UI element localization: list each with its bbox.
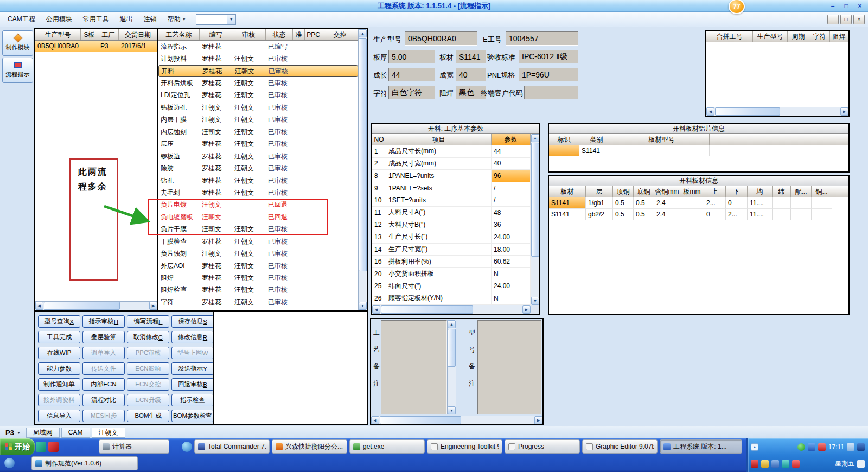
action-button[interactable]: 制作通知单 bbox=[38, 378, 80, 391]
menubar-combobox[interactable]: ▼ bbox=[196, 14, 236, 25]
info-value-3[interactable]: S1141 bbox=[456, 50, 486, 63]
scroll-thumb[interactable] bbox=[359, 38, 367, 271]
scroll-up-icon[interactable]: ▲ bbox=[448, 320, 456, 328]
params-hscrollbar[interactable]: ◀▶ bbox=[372, 305, 531, 314]
factory-dropdown-icon[interactable]: ▼ bbox=[17, 431, 21, 435]
taskbar-app[interactable]: 制作规范(Ver:1.0.6) bbox=[31, 456, 138, 470]
launcher-icon[interactable] bbox=[36, 442, 46, 452]
media-player-icon[interactable] bbox=[4, 458, 15, 468]
acrobat-icon[interactable] bbox=[48, 442, 59, 452]
taskbar-app[interactable]: Total Commander 7.0... bbox=[194, 439, 270, 454]
params-row[interactable]: 2成品尺寸宽(mm)40 bbox=[372, 158, 531, 170]
process-row[interactable]: 内层蚀刻汪朝文汪朝文已审核 bbox=[158, 126, 358, 138]
action-button[interactable]: 指示检查 bbox=[171, 394, 214, 406]
process-row[interactable]: 负片蚀刻汪朝文汪朝文已审核 bbox=[158, 247, 358, 259]
process-row[interactable]: 层压罗桂花汪朝文已审核 bbox=[158, 138, 358, 150]
process-row[interactable]: 钻板边孔汪朝文汪朝文已审核 bbox=[158, 101, 358, 113]
menu-item-帮助[interactable]: 帮助▼ bbox=[162, 12, 192, 27]
scroll-up-icon[interactable]: ▲ bbox=[359, 29, 367, 37]
scroll-left-icon[interactable]: ◀ bbox=[706, 107, 714, 116]
action-button[interactable]: 叠层验算 bbox=[82, 331, 125, 343]
info-value-0[interactable]: 0B5QH00RA0 bbox=[405, 31, 477, 46]
blue-app-icon[interactable] bbox=[808, 443, 815, 451]
params-row[interactable]: 91PANEL=?sets/ bbox=[372, 182, 531, 195]
scroll-right-icon[interactable]: ▶ bbox=[149, 302, 157, 310]
mdi-restore-icon[interactable]: □ bbox=[840, 15, 852, 24]
process-row[interactable]: 字符罗桂花汪朝文已审核 bbox=[158, 296, 358, 308]
process-row[interactable]: 除胶罗桂花汪朝文已审核 bbox=[158, 162, 358, 174]
info-value-6[interactable]: 40 bbox=[456, 68, 486, 81]
bottom-tab-CAM[interactable]: CAM bbox=[61, 428, 90, 438]
menu-item-注销[interactable]: 注销 bbox=[138, 12, 162, 27]
process-notes-textarea[interactable] bbox=[381, 320, 447, 414]
info-value-7[interactable]: 1P=96U bbox=[519, 68, 578, 81]
volume-icon[interactable] bbox=[761, 460, 769, 468]
menu-item-退出[interactable]: 退出 bbox=[114, 12, 138, 27]
gom-icon[interactable] bbox=[751, 460, 758, 468]
process-row[interactable]: 阻焊检查罗桂花汪朝文已审核 bbox=[158, 284, 358, 296]
params-row[interactable]: 1成品尺寸长(mm)44 bbox=[372, 145, 531, 158]
action-button[interactable]: 流程对比 bbox=[82, 394, 125, 406]
minimize-icon[interactable]: – bbox=[828, 2, 838, 10]
taskbar-app[interactable]: Engineering Toolkit 9... bbox=[427, 439, 502, 454]
model-notes-textarea[interactable] bbox=[477, 320, 541, 414]
menu-item-CAM工程[interactable]: CAM工程 bbox=[2, 12, 41, 27]
close-icon[interactable]: × bbox=[855, 2, 865, 10]
scroll-thumb[interactable] bbox=[44, 302, 120, 310]
combobox-dropdown-icon[interactable]: ▼ bbox=[227, 15, 235, 24]
action-button[interactable]: MES同步 bbox=[82, 410, 125, 422]
params-row[interactable]: 11大料尺寸A(")48 bbox=[372, 207, 531, 219]
action-button[interactable]: BOM参数检查 bbox=[171, 410, 214, 422]
process-row[interactable]: 钻孔罗桂花汪朝文已审核 bbox=[158, 175, 358, 187]
red-app-icon[interactable] bbox=[818, 443, 826, 451]
scroll-left-icon[interactable]: ◀ bbox=[371, 416, 379, 424]
scroll-left-icon[interactable]: ◀ bbox=[35, 302, 43, 310]
params-row[interactable]: 25纬向尺寸(")24.00 bbox=[372, 280, 531, 293]
process-row[interactable]: 内层干膜汪朝文汪朝文已审核 bbox=[158, 114, 358, 126]
mdi-close-icon[interactable]: × bbox=[853, 15, 865, 24]
action-button[interactable]: 编写流程F bbox=[127, 315, 169, 328]
menu-item-公用模块[interactable]: 公用模块 bbox=[41, 12, 78, 27]
action-button[interactable]: 工具完成 bbox=[38, 331, 80, 343]
action-button[interactable]: 修改信息R bbox=[171, 331, 214, 343]
scroll-left-icon[interactable]: ◀ bbox=[372, 305, 380, 314]
model-table-selected-row[interactable]: 0B5QH00RA0P32017/6/1 bbox=[35, 41, 157, 52]
taskbar-app[interactable]: 工程系统 版本: 1... bbox=[660, 439, 742, 454]
action-button[interactable]: 能力参数 bbox=[38, 362, 80, 375]
mdi-minimize-icon[interactable]: – bbox=[827, 15, 839, 24]
process-row[interactable]: LDI定位孔罗桂花汪朝文已审核 bbox=[158, 90, 358, 101]
input-icon[interactable] bbox=[857, 460, 865, 468]
action-button[interactable]: 接外调资料 bbox=[38, 394, 80, 406]
action-button[interactable]: PPC审核 bbox=[127, 347, 169, 359]
action-button[interactable]: BOM生成 bbox=[127, 410, 169, 422]
process-row[interactable]: 干膜检查罗桂花汪朝文已审核 bbox=[158, 235, 358, 247]
process-row[interactable]: 锣板边罗桂花汪朝文已审核 bbox=[158, 150, 358, 162]
scroll-up-icon[interactable]: ▲ bbox=[531, 134, 539, 142]
taskbar-app[interactable]: 计算器 bbox=[99, 439, 169, 454]
params-row[interactable]: 14生产尺寸宽(")18.00 bbox=[372, 244, 531, 256]
action-button[interactable]: ECN交控 bbox=[127, 378, 169, 391]
bottom-tab-汪朝文[interactable]: 汪朝文 bbox=[92, 428, 125, 438]
sidebar-make-module-button[interactable]: 制作模块 bbox=[2, 30, 33, 56]
params-row[interactable]: 12大料尺寸B(")36 bbox=[372, 219, 531, 232]
green-status-icon[interactable] bbox=[797, 443, 805, 451]
browser-icon[interactable] bbox=[182, 442, 192, 452]
alu-row[interactable]: S1141 bbox=[549, 145, 848, 156]
network-icon[interactable] bbox=[847, 443, 854, 451]
action-button[interactable]: 回退审核B bbox=[171, 378, 214, 391]
scroll-right-icon[interactable]: ▶ bbox=[840, 107, 848, 116]
menu-item-常用工具[interactable]: 常用工具 bbox=[78, 12, 114, 27]
taskbar-app[interactable]: Progress bbox=[505, 439, 580, 454]
scroll-thumb[interactable] bbox=[448, 329, 456, 367]
process-row[interactable]: 计划投料罗桂花汪朝文已审核 bbox=[158, 53, 358, 65]
sidebar-flow-indicate-button[interactable]: 流程指示 bbox=[2, 58, 33, 83]
action-button[interactable]: 调单导入 bbox=[82, 347, 125, 359]
action-button[interactable]: 内部ECN bbox=[82, 378, 125, 391]
process-row[interactable]: 开料罗桂花汪朝文已审核 bbox=[158, 65, 358, 77]
material-row[interactable]: S11411/gb10.50.52.42...011.... bbox=[549, 197, 848, 209]
action-button[interactable]: 指示审核H bbox=[82, 315, 125, 328]
taskbar-app[interactable]: get.exe bbox=[349, 439, 425, 454]
scroll-down-icon[interactable]: ▼ bbox=[359, 302, 367, 310]
monitor-icon[interactable] bbox=[857, 443, 865, 451]
action-button[interactable]: 保存信息S bbox=[171, 315, 214, 328]
